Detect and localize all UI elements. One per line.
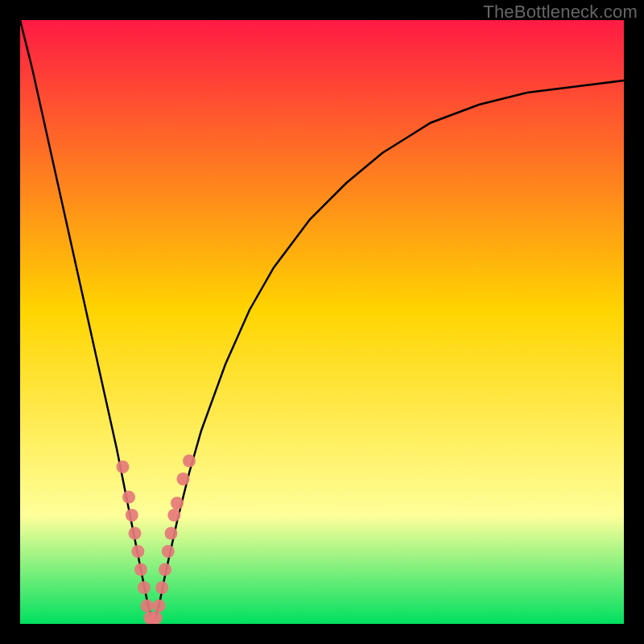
gradient-background xyxy=(20,20,624,624)
marker-dot xyxy=(167,509,180,522)
marker-dot xyxy=(155,581,168,594)
marker-dot xyxy=(159,564,171,576)
marker-dot xyxy=(150,612,163,625)
marker-dot xyxy=(171,497,184,510)
marker-dot xyxy=(134,564,147,576)
marker-dot xyxy=(117,460,130,473)
marker-dot xyxy=(126,509,138,522)
marker-dot xyxy=(131,545,144,558)
marker-dot xyxy=(129,527,142,540)
marker-dot xyxy=(177,473,190,485)
chart-svg xyxy=(20,20,624,624)
marker-dot xyxy=(162,545,175,558)
marker-dot xyxy=(122,491,135,504)
marker-dot xyxy=(138,581,151,594)
marker-dot xyxy=(153,600,166,613)
marker-dot xyxy=(141,600,154,613)
plot-area xyxy=(20,20,624,624)
outer-frame: TheBottleneck.com xyxy=(0,0,644,644)
marker-dot xyxy=(183,455,196,468)
marker-dot xyxy=(165,527,178,540)
